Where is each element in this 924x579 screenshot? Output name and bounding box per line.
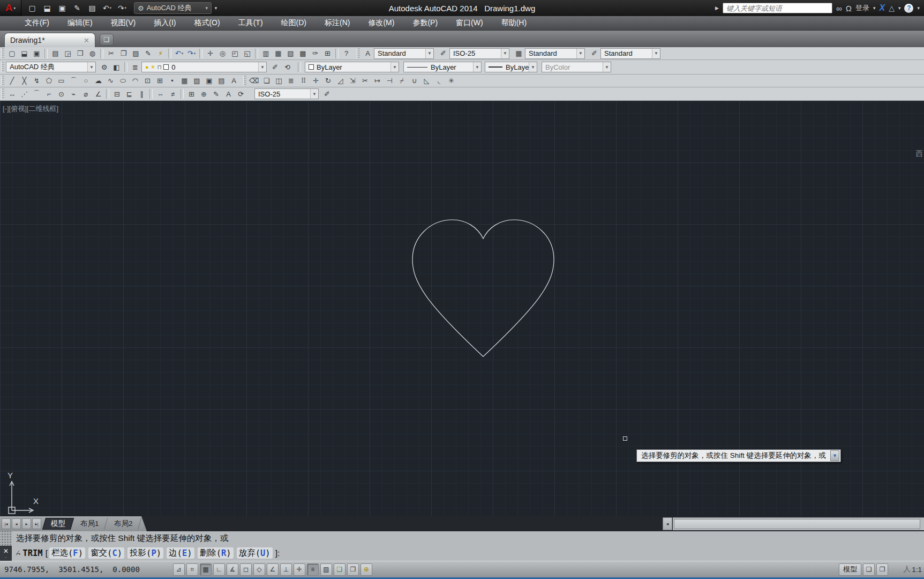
polygon-icon[interactable]: ⬠ [43,76,55,86]
save-icon[interactable]: ▣ [31,48,43,59]
model-space-button[interactable]: 模型 [839,563,861,576]
quickcalc-icon[interactable]: ⊞ [321,48,334,59]
tab-last-button[interactable]: ▸| [32,518,41,529]
dim-style-icon[interactable]: ✐ [437,48,449,59]
join-icon[interactable]: ∪ [408,76,420,86]
zoom-window-icon[interactable]: ◰ [229,48,241,59]
layer-thaw-icon[interactable]: ☀ [151,64,156,71]
rotate-icon[interactable]: ↻ [322,76,334,86]
lineweight-toggle[interactable]: ≡ [307,563,319,576]
search-input[interactable] [723,3,832,13]
undo-icon[interactable]: ↶▾ [173,48,185,59]
zoom-realtime-icon[interactable]: ◎ [216,48,229,59]
block-editor-icon[interactable]: ⚡ [154,48,167,59]
osnap-3d-toggle[interactable]: ◇ [253,563,265,576]
chevron-down-icon[interactable]: ▼ [603,62,611,72]
menu-file[interactable]: 文件(F) [25,18,49,28]
toolbar-grip[interactable] [1,88,4,99]
menu-modify[interactable]: 修改(M) [368,18,394,28]
insert-block-icon[interactable]: ⊡ [141,76,154,86]
lineweight-combo[interactable]: ByLayer▼ [485,62,537,72]
stretch-icon[interactable]: ⇲ [347,76,359,86]
search-icon[interactable]: ∞ [836,4,842,13]
redo-icon[interactable]: ↷▾ [116,2,129,14]
layer-previous-icon[interactable]: ⟲ [281,62,294,72]
dyn-toggle[interactable]: ✛ [294,563,305,576]
plot-icon[interactable]: ▤ [86,2,99,14]
spline-icon[interactable]: ∿ [104,76,117,86]
dim-centermark-icon[interactable]: ⊕ [198,88,210,99]
menu-parametric[interactable]: 参数(P) [412,18,438,28]
tool-palettes-icon[interactable]: ▧ [284,48,297,59]
explode-icon[interactable]: ✳ [445,76,457,86]
open-icon[interactable]: ⬓ [41,2,54,14]
tab-layout1[interactable]: 布局1 [72,518,108,530]
menu-tools[interactable]: 工具(T) [238,18,263,28]
tab-model[interactable]: 模型 [42,518,74,530]
annotation-monitor-toggle[interactable]: ⊕ [360,563,372,576]
chevron-down-icon[interactable]: ▼ [258,62,266,72]
table-icon[interactable]: ▤ [215,76,228,86]
arc-icon[interactable]: ⌒ [67,76,80,86]
dim-edit-icon[interactable]: ✎ [210,88,222,99]
hatch-icon[interactable]: ▦ [178,76,191,86]
workspace-combo[interactable]: AutoCAD 经典▼ [6,62,96,72]
pan-icon[interactable]: ✛ [204,48,216,59]
drawing-canvas[interactable]: [-][俯视][二维线框] 西 Y X 选择要修剪的对象，或按住 Shift 键… [0,101,924,516]
polyline-icon[interactable]: ↯ [31,76,43,86]
horizontal-scrollbar[interactable] [673,517,924,530]
signin-button[interactable]: 登录 [855,3,869,13]
selection-cycling-toggle[interactable]: ❐ [347,563,359,576]
grid-toggle[interactable]: ▦ [200,563,212,576]
open-icon[interactable]: ⬓ [18,48,31,59]
dim-break-icon[interactable]: ≠ [167,88,179,99]
move-icon[interactable]: ✛ [310,76,322,86]
table-style-icon[interactable]: ▦ [513,48,525,59]
annotation-scale-button[interactable]: 人 1:1 [903,565,922,574]
menu-window[interactable]: 窗口(W) [456,18,483,28]
menu-dimension[interactable]: 标注(N) [325,18,350,28]
tab-layout2[interactable]: 布局2 [106,518,141,530]
toolbar-grip[interactable] [1,48,4,58]
markup-icon[interactable]: ✑ [309,48,321,59]
toolbar-grip[interactable] [1,76,4,85]
new-icon[interactable]: ▢ [26,2,39,14]
help-icon[interactable]: ? [340,48,352,59]
command-option[interactable]: 栏选F [49,547,85,559]
ducs-toggle[interactable]: ⊥ [280,563,292,576]
linetype-combo[interactable]: ByLayer▼ [403,62,482,72]
toolbar-grip[interactable] [1,62,4,73]
mleader-style-combo[interactable]: Standard▼ [600,48,660,59]
match-properties-icon[interactable]: ✎ [142,48,154,59]
menu-view[interactable]: 视图(V) [111,18,136,28]
fillet-icon[interactable]: ◟ [433,76,445,86]
quick-properties-toggle[interactable]: ❑ [334,563,345,576]
tab-first-button[interactable]: |◂ [2,518,11,529]
break-icon[interactable]: ⌿ [396,76,408,86]
workspace-switcher[interactable]: ⚙ AutoCAD 经典 ▾ [134,2,212,14]
save-icon[interactable]: ▣ [56,2,69,14]
otrack-toggle[interactable]: ∠ [267,563,279,576]
command-option[interactable]: 窗交C [88,547,124,559]
layer-properties-manager-icon[interactable]: ≣ [129,62,141,72]
dim-continue-icon[interactable]: ∥ [136,88,148,99]
text-style-icon[interactable]: A [362,48,374,59]
tooltip-options-arrow-button[interactable]: ▼ [830,450,839,461]
chevron-down-icon[interactable]: ▼ [425,49,433,58]
paste-icon[interactable]: ▨ [130,48,142,59]
command-option[interactable]: 投影P [127,547,163,559]
chevron-down-icon[interactable]: ▾ [898,5,901,11]
ellipse-arc-icon[interactable]: ◠ [129,76,141,86]
chevron-down-icon[interactable]: ▼ [390,62,399,72]
command-close-button[interactable]: ✕▫ [0,546,12,561]
quick-view-layouts-button[interactable]: ❏ [863,563,875,576]
redo-icon[interactable]: ↷▾ [185,48,198,59]
plot-preview-icon[interactable]: ◲ [62,48,74,59]
command-line-window[interactable]: ✕▫ 选择要修剪的对象，或按住 Shift 键选择要延伸的对象，或 -∕-▾ T… [0,531,924,561]
revcloud-icon[interactable]: ☁ [92,76,104,86]
circle-icon[interactable]: ○ [80,76,92,86]
properties-icon[interactable]: ▥ [260,48,272,59]
sheetset-manager-icon[interactable]: ▩ [297,48,309,59]
exchange-apps-icon[interactable]: X [879,3,885,13]
dim-aligned-icon[interactable]: ⋰ [18,88,31,99]
